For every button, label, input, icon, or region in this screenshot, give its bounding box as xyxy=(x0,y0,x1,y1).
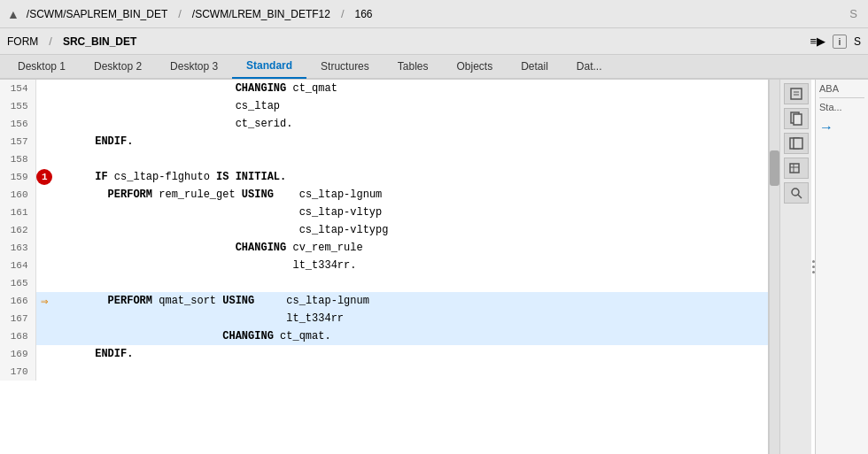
table-row: 163 CHANGING cv_rem_rule xyxy=(0,239,768,257)
tab-bar: Desktop 1 Desktop 2 Desktop 3 Standard S… xyxy=(0,55,868,80)
scrollbar-thumb[interactable] xyxy=(770,150,779,186)
code-lines: 154 CHANGING ct_qmat155 cs_ltap156 ct_se… xyxy=(0,80,768,454)
tab-standard[interactable]: Standard xyxy=(232,54,306,79)
svg-point-10 xyxy=(792,189,799,196)
svg-rect-4 xyxy=(794,114,802,125)
line-number: 164 xyxy=(0,257,35,274)
code-line-content[interactable]: cs_ltap-vltyp xyxy=(53,204,768,221)
tab-data[interactable]: Dat... xyxy=(562,54,616,79)
arrow-list-icon[interactable]: ≡▶ xyxy=(810,35,825,48)
info-icon[interactable]: i xyxy=(833,35,847,49)
tab-objects[interactable]: Objects xyxy=(442,54,507,79)
form-sep: / xyxy=(49,35,52,48)
code-line-content[interactable] xyxy=(53,274,768,292)
path1[interactable]: /SCWM/SAPLREM_BIN_DET xyxy=(27,8,167,20)
proc-label[interactable]: SRC_BIN_DET xyxy=(63,35,136,48)
sidebar-icon-1[interactable] xyxy=(784,83,809,104)
svg-rect-0 xyxy=(791,88,802,99)
table-row: 162 cs_ltap-vltypg xyxy=(0,221,768,239)
table-row: 165 xyxy=(0,274,768,292)
sidebar-icon-3[interactable] xyxy=(784,133,809,154)
svg-rect-6 xyxy=(794,138,802,149)
line-number: 160 xyxy=(0,186,35,204)
line-number: 159 xyxy=(0,168,35,186)
line-number: 162 xyxy=(0,221,35,239)
tab-structures[interactable]: Structures xyxy=(306,54,384,79)
table-row: 157 ENDIF. xyxy=(0,133,768,150)
line-number: 168 xyxy=(0,327,35,345)
scrollbar[interactable] xyxy=(769,80,779,454)
far-right-panel: ABA Sta... → xyxy=(815,80,868,454)
path2[interactable]: /SCWM/LREM_BIN_DETF12 xyxy=(192,8,330,20)
code-table: 154 CHANGING ct_qmat155 cs_ltap156 ct_se… xyxy=(0,80,768,381)
line-number: 157 xyxy=(0,133,35,150)
line-number: 156 xyxy=(0,115,35,133)
tab-detail[interactable]: Detail xyxy=(507,54,562,79)
code-line-content[interactable]: PERFORM qmat_sort USING cs_ltap-lgnum xyxy=(53,292,768,310)
code-line-content[interactable]: ct_serid. xyxy=(53,115,768,133)
tab-desktop2[interactable]: Desktop 2 xyxy=(80,54,156,79)
table-row: 154 CHANGING ct_qmat xyxy=(0,80,768,97)
sep1: / xyxy=(178,7,182,20)
right-sidebar xyxy=(779,80,811,454)
far-right-bottom-label: Sta... xyxy=(819,102,864,112)
svg-line-11 xyxy=(798,195,802,198)
code-editor: 154 CHANGING ct_qmat155 cs_ltap156 ct_se… xyxy=(0,80,769,454)
line-number: 158 xyxy=(0,150,35,168)
sep2: / xyxy=(341,7,345,20)
sidebar-icon-2[interactable] xyxy=(784,108,809,129)
triangle-icon: ▲ xyxy=(7,7,19,21)
table-row: 167 lt_t334rr xyxy=(0,310,768,327)
top-bar: ▲ /SCWM/SAPLREM_BIN_DET / /SCWM/LREM_BIN… xyxy=(0,0,868,28)
main-content: 154 CHANGING ct_qmat155 cs_ltap156 ct_se… xyxy=(0,80,868,454)
tab-tables[interactable]: Tables xyxy=(384,54,443,79)
far-right-arrow[interactable]: → xyxy=(819,119,864,135)
line-number: 165 xyxy=(0,274,35,292)
table-row: 1591 IF cs_ltap-flghuto IS INITIAL. xyxy=(0,168,768,186)
tab-desktop1[interactable]: Desktop 1 xyxy=(4,54,80,79)
code-line-content[interactable] xyxy=(53,150,768,168)
table-row: 158 xyxy=(0,150,768,168)
table-row: 168 CHANGING ct_qmat. xyxy=(0,327,768,345)
sidebar-icon-5[interactable] xyxy=(784,182,809,204)
code-line-content[interactable]: ENDIF. xyxy=(53,345,768,363)
second-bar: FORM / SRC_BIN_DET ≡▶ i S xyxy=(0,28,868,55)
tab-desktop3[interactable]: Desktop 3 xyxy=(156,54,232,79)
line-number: 161 xyxy=(0,204,35,221)
line-number: 163 xyxy=(0,239,35,257)
execution-arrow-icon: ⇒ xyxy=(41,294,48,309)
table-row: 166⇒ PERFORM qmat_sort USING cs_ltap-lgn… xyxy=(0,292,768,310)
code-line-content[interactable] xyxy=(53,363,768,381)
form-label: FORM xyxy=(7,35,38,48)
table-row: 170 xyxy=(0,363,768,381)
code-line-content[interactable]: lt_t334rr. xyxy=(53,257,768,274)
line-number: 167 xyxy=(0,310,35,327)
line-number: 154 xyxy=(0,80,35,97)
path3[interactable]: 166 xyxy=(355,8,373,20)
code-line-content[interactable]: CHANGING ct_qmat. xyxy=(53,327,768,345)
sep3: S xyxy=(849,7,857,20)
breakpoint-badge[interactable]: 1 xyxy=(36,169,52,185)
table-row: 156 ct_serid. xyxy=(0,115,768,133)
table-row: 155 cs_ltap xyxy=(0,97,768,115)
code-line-content[interactable]: CHANGING ct_qmat xyxy=(53,80,768,97)
code-line-content[interactable]: lt_t334rr xyxy=(53,310,768,327)
line-number: 155 xyxy=(0,97,35,115)
code-line-content[interactable]: IF cs_ltap-flghuto IS INITIAL. xyxy=(53,168,768,186)
code-line-content[interactable]: PERFORM rem_rule_get USING cs_ltap-lgnum xyxy=(53,186,768,204)
sidebar-icon-4[interactable] xyxy=(784,158,809,179)
line-number: 166 xyxy=(0,292,35,310)
table-row: 160 PERFORM rem_rule_get USING cs_ltap-l… xyxy=(0,186,768,204)
table-row: 169 ENDIF. xyxy=(0,345,768,363)
svg-rect-7 xyxy=(790,164,799,173)
table-row: 164 lt_t334rr. xyxy=(0,257,768,274)
code-line-content[interactable]: ENDIF. xyxy=(53,133,768,150)
line-number: 170 xyxy=(0,363,35,381)
code-line-content[interactable]: CHANGING cv_rem_rule xyxy=(53,239,768,257)
code-line-content[interactable]: cs_ltap xyxy=(53,97,768,115)
line-number: 169 xyxy=(0,345,35,363)
table-row: 161 cs_ltap-vltyp xyxy=(0,204,768,221)
s-label: S xyxy=(854,35,861,48)
code-line-content[interactable]: cs_ltap-vltypg xyxy=(53,221,768,239)
far-right-top-label: ABA xyxy=(819,83,864,94)
